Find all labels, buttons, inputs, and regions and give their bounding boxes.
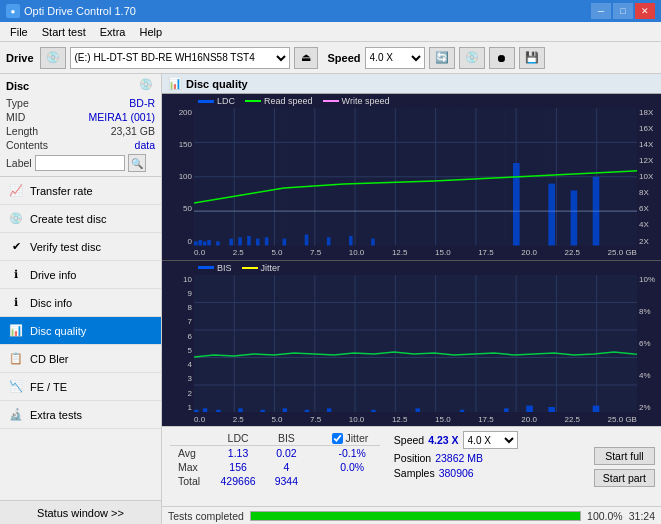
bis-label: BIS — [217, 263, 232, 273]
speed-val-text: 4.23 X — [428, 434, 458, 446]
svg-rect-22 — [247, 236, 251, 246]
window-controls[interactable]: ─ □ ✕ — [591, 3, 655, 19]
disc-mid-key: MID — [6, 111, 25, 123]
drive-label: Drive — [6, 52, 34, 64]
stats-avg-row: Avg 1.13 0.02 -0.1% — [170, 446, 380, 461]
disc-label-row: Label 🔍 — [6, 154, 155, 172]
read-speed-color — [245, 100, 261, 102]
y-right-6x: 6X — [637, 204, 661, 213]
chart-bottom-y-right: 10% 8% 6% 4% 2% — [637, 275, 661, 413]
stats-total-row: Total 429666 9344 — [170, 474, 380, 488]
sidebar-item-disc-quality[interactable]: 📊 Disc quality — [0, 317, 161, 345]
max-ldc: 156 — [211, 460, 266, 474]
sidebar-item-cd-bler[interactable]: 📋 CD Bler — [0, 345, 161, 373]
svg-rect-23 — [256, 239, 260, 246]
menu-start-test[interactable]: Start test — [36, 25, 92, 39]
col-bis: BIS — [265, 431, 307, 446]
y-bot-r-10pct: 10% — [637, 275, 661, 284]
record-button[interactable]: ⏺ — [489, 47, 515, 69]
eject-button[interactable]: ⏏ — [294, 47, 318, 69]
disc-panel: Disc 💿 Type BD-R MID MEIRA1 (001) Length… — [0, 74, 161, 177]
y-bot-4: 4 — [162, 360, 194, 369]
x-top-175: 17.5 — [478, 248, 494, 257]
verify-test-disc-icon: ✔ — [8, 239, 24, 255]
disc-label-input[interactable] — [35, 155, 125, 171]
y-right-2x: 2X — [637, 237, 661, 246]
x-top-100: 10.0 — [349, 248, 365, 257]
disc-label-button[interactable]: 🔍 — [128, 154, 146, 172]
main-area: Disc 💿 Type BD-R MID MEIRA1 (001) Length… — [0, 74, 661, 524]
disc-info-icon: ℹ — [8, 295, 24, 311]
save-button[interactable]: 💾 — [519, 47, 545, 69]
sidebar-item-disc-info[interactable]: ℹ Disc info — [0, 289, 161, 317]
speed-selector[interactable]: 4.0 X — [463, 431, 518, 449]
quality-title: Disc quality — [186, 78, 248, 90]
svg-rect-26 — [305, 235, 309, 246]
svg-rect-24 — [265, 237, 269, 245]
max-spacer — [307, 460, 324, 474]
x-top-0: 0.0 — [194, 248, 205, 257]
sidebar-item-fe-te[interactable]: 📉 FE / TE — [0, 373, 161, 401]
verify-test-disc-label: Verify test disc — [30, 241, 101, 253]
drive-icon: 💿 — [40, 47, 66, 69]
menu-file[interactable]: File — [4, 25, 34, 39]
svg-rect-28 — [349, 236, 353, 246]
y-bot-r-2pct: 2% — [637, 403, 661, 412]
sidebar-item-transfer-rate[interactable]: 📈 Transfer rate — [0, 177, 161, 205]
y-right-4x: 4X — [637, 220, 661, 229]
legend-write-speed: Write speed — [323, 96, 390, 106]
disc-type-val: BD-R — [129, 97, 155, 109]
drive-info-label: Drive info — [30, 269, 76, 281]
menu-help[interactable]: Help — [133, 25, 168, 39]
create-test-disc-icon: 💿 — [8, 211, 24, 227]
speed-select[interactable]: 4.0 X — [365, 47, 425, 69]
start-full-button[interactable]: Start full — [594, 447, 655, 465]
svg-rect-31 — [548, 184, 555, 246]
drive-select[interactable]: (E:) HL-DT-ST BD-RE WH16NS58 TST4 — [70, 47, 290, 69]
x-bot-250: 25.0 GB — [608, 415, 637, 424]
start-part-button[interactable]: Start part — [594, 469, 655, 487]
svg-rect-64 — [593, 405, 600, 412]
close-button[interactable]: ✕ — [635, 3, 655, 19]
jitter-checkbox[interactable] — [332, 433, 343, 444]
status-window-label: Status window >> — [37, 507, 124, 519]
disc-length-row: Length 23,31 GB — [6, 124, 155, 138]
maximize-button[interactable]: □ — [613, 3, 633, 19]
y-right-16x: 16X — [637, 124, 661, 133]
samples-row: Samples 380906 — [394, 467, 582, 479]
fe-te-label: FE / TE — [30, 381, 67, 393]
disc-button[interactable]: 💿 — [459, 47, 485, 69]
toolbar: Drive 💿 (E:) HL-DT-ST BD-RE WH16NS58 TST… — [0, 42, 661, 74]
position-row: Position 23862 MB — [394, 452, 582, 464]
y-top-150: 150 — [162, 140, 194, 149]
sidebar-item-extra-tests[interactable]: 🔬 Extra tests — [0, 401, 161, 429]
chart-bottom-x-axis: 0.0 2.5 5.0 7.5 10.0 12.5 15.0 17.5 20.0… — [194, 412, 637, 426]
status-window-button[interactable]: Status window >> — [0, 500, 161, 524]
avg-label: Avg — [170, 446, 211, 461]
sidebar-item-verify-test-disc[interactable]: ✔ Verify test disc — [0, 233, 161, 261]
disc-label-key: Label — [6, 157, 32, 169]
quality-header-icon: 📊 — [168, 77, 182, 90]
samples-label: Samples — [394, 467, 435, 479]
x-bot-125: 12.5 — [392, 415, 408, 424]
sidebar-item-drive-info[interactable]: ℹ Drive info — [0, 261, 161, 289]
minimize-button[interactable]: ─ — [591, 3, 611, 19]
refresh-button[interactable]: 🔄 — [429, 47, 455, 69]
disc-contents-key: Contents — [6, 139, 48, 151]
y-top-100: 100 — [162, 172, 194, 181]
y-right-10x: 10X — [637, 172, 661, 181]
chart-top-svg — [194, 108, 637, 246]
menu-extra[interactable]: Extra — [94, 25, 132, 39]
total-jitter — [324, 474, 379, 488]
col-ldc: LDC — [211, 431, 266, 446]
total-ldc: 429666 — [211, 474, 266, 488]
progress-percent: 100.0% — [587, 510, 623, 522]
sidebar-item-create-test-disc[interactable]: 💿 Create test disc — [0, 205, 161, 233]
svg-rect-32 — [571, 191, 578, 246]
y-bot-r-8pct: 8% — [637, 307, 661, 316]
disc-info-label: Disc info — [30, 297, 72, 309]
charts-area: LDC Read speed Write speed 200 150 10 — [162, 94, 661, 426]
svg-rect-21 — [238, 237, 242, 245]
position-val: 23862 MB — [435, 452, 483, 464]
disc-length-val: 23,31 GB — [111, 125, 155, 137]
